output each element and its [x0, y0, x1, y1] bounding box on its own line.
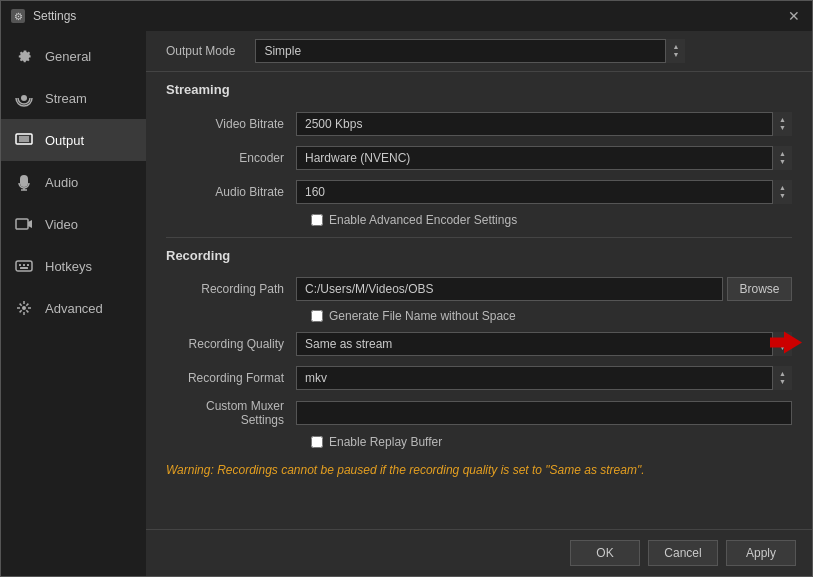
svg-rect-2 — [19, 136, 29, 142]
svg-rect-10 — [20, 267, 28, 269]
svg-rect-5 — [16, 219, 28, 229]
output-icon — [13, 129, 35, 151]
recording-quality-row: Recording Quality Same as stream ▲ ▼ — [166, 331, 792, 357]
audio-bitrate-label: Audio Bitrate — [166, 185, 296, 199]
recording-path-row: Recording Path Browse — [166, 277, 792, 301]
sidebar-item-general[interactable]: General — [1, 35, 146, 77]
video-icon — [13, 213, 35, 235]
encoder-label: Encoder — [166, 151, 296, 165]
sidebar-label-output: Output — [45, 133, 84, 148]
generate-file-row: Generate File Name without Space — [166, 309, 792, 323]
cancel-button[interactable]: Cancel — [648, 540, 718, 566]
sidebar-item-hotkeys[interactable]: Hotkeys — [1, 245, 146, 287]
titlebar-left: ⚙ Settings — [11, 9, 76, 23]
svg-marker-12 — [784, 332, 802, 354]
sidebar-label-hotkeys: Hotkeys — [45, 259, 92, 274]
apply-button[interactable]: Apply — [726, 540, 796, 566]
svg-rect-7 — [19, 264, 21, 266]
main-panel: Output Mode Simple ▲ ▼ Streaming Video B… — [146, 31, 812, 576]
output-mode-select[interactable]: Simple — [255, 39, 685, 63]
svg-rect-8 — [23, 264, 25, 266]
recording-quality-select-wrapper: Same as stream ▲ ▼ — [296, 332, 792, 356]
streaming-header: Streaming — [166, 82, 792, 101]
sidebar-label-audio: Audio — [45, 175, 78, 190]
sidebar-label-general: General — [45, 49, 91, 64]
red-arrow-indicator — [770, 330, 802, 359]
replay-buffer-row: Enable Replay Buffer — [166, 435, 792, 449]
section-divider-1 — [166, 237, 792, 238]
svg-rect-13 — [770, 338, 786, 348]
svg-point-0 — [21, 95, 27, 101]
recording-quality-select[interactable]: Same as stream — [296, 332, 792, 356]
close-button[interactable]: ✕ — [788, 9, 802, 23]
video-bitrate-row: Video Bitrate 2500 Kbps ▲ ▼ — [166, 111, 792, 137]
encoder-row: Encoder Hardware (NVENC) ▲ ▼ — [166, 145, 792, 171]
browse-button[interactable]: Browse — [727, 277, 792, 301]
output-mode-select-wrapper: Simple ▲ ▼ — [255, 39, 685, 63]
video-bitrate-select-wrapper: 2500 Kbps ▲ ▼ — [296, 112, 792, 136]
audio-icon — [13, 171, 35, 193]
sidebar-item-advanced[interactable]: Advanced — [1, 287, 146, 329]
recording-format-row: Recording Format mkv ▲ ▼ — [166, 365, 792, 391]
recording-format-select[interactable]: mkv — [296, 366, 792, 390]
encoder-select[interactable]: Hardware (NVENC) — [296, 146, 792, 170]
recording-header: Recording — [166, 248, 792, 267]
generate-file-checkbox[interactable] — [311, 310, 323, 322]
audio-bitrate-select[interactable]: 160 — [296, 180, 792, 204]
svg-rect-9 — [27, 264, 29, 266]
stream-icon — [13, 87, 35, 109]
muxer-settings-row: Custom Muxer Settings — [166, 399, 792, 427]
sidebar-label-video: Video — [45, 217, 78, 232]
advanced-encoder-row: Enable Advanced Encoder Settings — [166, 213, 792, 227]
muxer-settings-label: Custom Muxer Settings — [166, 399, 296, 427]
bottom-bar: OK Cancel Apply — [146, 529, 812, 576]
content-area: General Stream — [1, 31, 812, 576]
video-bitrate-label: Video Bitrate — [166, 117, 296, 131]
sidebar-item-audio[interactable]: Audio — [1, 161, 146, 203]
audio-bitrate-row: Audio Bitrate 160 ▲ ▼ — [166, 179, 792, 205]
advanced-encoder-checkbox[interactable] — [311, 214, 323, 226]
hotkeys-icon — [13, 255, 35, 277]
replay-buffer-checkbox[interactable] — [311, 436, 323, 448]
generate-file-label: Generate File Name without Space — [329, 309, 516, 323]
recording-path-label: Recording Path — [166, 282, 296, 296]
sidebar-label-advanced: Advanced — [45, 301, 103, 316]
muxer-settings-input[interactable] — [296, 401, 792, 425]
recording-format-label: Recording Format — [166, 371, 296, 385]
sidebar-item-stream[interactable]: Stream — [1, 77, 146, 119]
settings-window: ⚙ Settings ✕ General — [0, 0, 813, 577]
audio-bitrate-select-wrapper: 160 ▲ ▼ — [296, 180, 792, 204]
advanced-icon — [13, 297, 35, 319]
sidebar-item-output[interactable]: Output — [1, 119, 146, 161]
replay-buffer-label: Enable Replay Buffer — [329, 435, 442, 449]
recording-format-select-wrapper: mkv ▲ ▼ — [296, 366, 792, 390]
output-mode-bar: Output Mode Simple ▲ ▼ — [146, 31, 812, 72]
sidebar-item-video[interactable]: Video — [1, 203, 146, 245]
titlebar: ⚙ Settings ✕ — [1, 1, 812, 31]
window-title: Settings — [33, 9, 76, 23]
svg-point-11 — [22, 306, 26, 310]
sidebar-label-stream: Stream — [45, 91, 87, 106]
scroll-content: Streaming Video Bitrate 2500 Kbps ▲ ▼ — [146, 72, 812, 529]
recording-path-input[interactable] — [296, 277, 723, 301]
warning-text: Warning: Recordings cannot be paused if … — [166, 457, 792, 477]
encoder-select-wrapper: Hardware (NVENC) ▲ ▼ — [296, 146, 792, 170]
sidebar: General Stream — [1, 31, 146, 576]
window-icon: ⚙ — [11, 9, 25, 23]
video-bitrate-select[interactable]: 2500 Kbps — [296, 112, 792, 136]
output-mode-label: Output Mode — [166, 44, 235, 58]
recording-quality-label: Recording Quality — [166, 337, 296, 351]
advanced-encoder-label: Enable Advanced Encoder Settings — [329, 213, 517, 227]
ok-button[interactable]: OK — [570, 540, 640, 566]
gear-icon — [13, 45, 35, 67]
